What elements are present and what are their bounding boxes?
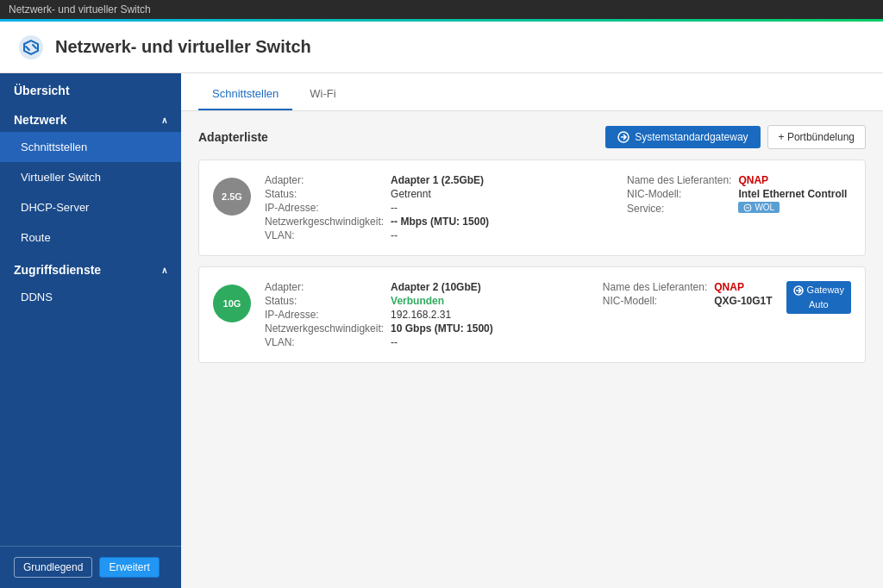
sidebar-item-virtueller-switch[interactable]: Virtueller Switch [0, 162, 181, 192]
sidebar: Übersicht Netzwerk ∧ Schnittstellen Virt… [0, 73, 181, 588]
adapter2-info: Adapter: Adapter 2 (10GbE) Status: Verbu… [265, 281, 589, 348]
adapter2-value-status: Verbunden [391, 295, 589, 307]
adapter1-label-speed: Netzwerkgeschwindigkeit: [265, 216, 384, 228]
adapter2-value-ip: 192.168.2.31 [391, 309, 589, 321]
title-bar-text: Netzwerk- und virtueller Switch [9, 3, 151, 16]
grundlegend-button[interactable]: Grundlegend [14, 557, 92, 578]
adapter2-value-adapter: Adapter 2 (10GbE) [391, 281, 589, 293]
adapter2-vendor-label: Name des Lieferanten: [603, 281, 707, 293]
main-layout: Übersicht Netzwerk ∧ Schnittstellen Virt… [0, 73, 883, 588]
gateway-icon [617, 131, 629, 143]
network-chevron-icon: ∧ [161, 116, 167, 125]
app-title: Netzwerk- und virtueller Switch [55, 37, 311, 57]
tabs-bar: Schnittstellen Wi-Fi [181, 73, 883, 111]
adapter1-nic-info: Name des Lieferanten: QNAP NIC-Modell: I… [627, 174, 851, 215]
adapter1-nic-label: NIC-Modell: [627, 188, 731, 200]
sidebar-bottom: Grundlegend Erweitert [0, 546, 181, 588]
adapter2-right: Name des Lieferanten: QNAP NIC-Modell: Q… [603, 281, 851, 314]
adapter1-badge: 2.5G [213, 178, 251, 216]
gateway-btn-icon [793, 285, 804, 296]
adapter2-badge: 10G [213, 285, 251, 322]
sidebar-item-ddns[interactable]: DDNS [0, 282, 181, 312]
sidebar-item-route[interactable]: Route [0, 222, 181, 253]
adapter1-vendor-value: QNAP [738, 174, 851, 186]
content-scroll-area: Adapterliste Systemstandardgateway + Por… [181, 111, 883, 588]
access-chevron-icon: ∧ [161, 266, 167, 275]
adapter1-info: Adapter: Adapter 1 (2.5GbE) Status: Getr… [265, 174, 613, 241]
adapter2-vendor-value: QNAP [714, 281, 772, 293]
adapter1-value-adapter: Adapter 1 (2.5GbE) [391, 174, 613, 186]
sidebar-network-section[interactable]: Netzwerk ∧ [0, 103, 181, 132]
adapter1-label-vlan: VLAN: [265, 229, 384, 241]
svg-point-0 [19, 35, 43, 59]
adapter2-label-speed: Netzwerkgeschwindigkeit: [265, 322, 384, 335]
adapter-card-2: 10G Adapter: Adapter 2 (10GbE) Status: V… [198, 266, 866, 363]
adapter2-nic-info: Name des Lieferanten: QNAP NIC-Modell: Q… [603, 281, 773, 307]
app-header: Netzwerk- und virtueller Switch [0, 22, 883, 73]
adapter1-right: Name des Lieferanten: QNAP NIC-Modell: I… [627, 174, 851, 215]
adapter2-value-vlan: -- [391, 336, 589, 348]
sidebar-item-schnittstellen[interactable]: Schnittstellen [0, 132, 181, 162]
adapter1-vendor-label: Name des Lieferanten: [627, 174, 731, 186]
adapter1-value-status: Getrennt [391, 188, 613, 200]
adapter1-nic-value: Intel Ethernet Controll [738, 188, 851, 200]
adapter2-label-ip: IP-Adresse: [265, 309, 384, 321]
adapter1-value-vlan: -- [391, 229, 613, 241]
sidebar-item-dhcp-server[interactable]: DHCP-Server [0, 192, 181, 222]
title-bar: Netzwerk- und virtueller Switch [0, 0, 883, 19]
app-icon [17, 34, 45, 61]
adapter2-nic-label: NIC-Modell: [603, 295, 707, 307]
adapter1-service-value: WOL [738, 202, 851, 215]
content-area: Schnittstellen Wi-Fi Adapterliste [181, 73, 883, 588]
toolbar: Adapterliste Systemstandardgateway + Por… [198, 125, 866, 149]
tab-schnittstellen[interactable]: Schnittstellen [198, 78, 292, 110]
adapter2-value-speed: 10 Gbps (MTU: 1500) [391, 322, 589, 335]
gateway-button[interactable]: Gateway Auto [786, 281, 851, 314]
adapter-list-label: Adapterliste [198, 130, 268, 144]
port-bundling-button[interactable]: + Portbündelung [767, 125, 866, 149]
adapter-card-1: 2.5G Adapter: Adapter 1 (2.5GbE) Status:… [198, 160, 866, 256]
adapter2-label-status: Status: [265, 295, 384, 307]
app-window: Netzwerk- und virtueller Switch Netzwerk… [0, 0, 883, 588]
adapter2-label-vlan: VLAN: [265, 336, 384, 348]
adapter2-nic-value: QXG-10G1T [714, 295, 772, 307]
adapter1-service-label: Service: [627, 203, 731, 215]
sidebar-overview[interactable]: Übersicht [0, 73, 181, 103]
toolbar-right: Systemstandardgateway + Portbündelung [605, 125, 866, 149]
adapter1-label-adapter: Adapter: [265, 174, 384, 186]
adapter1-value-ip: -- [391, 202, 613, 214]
adapter1-label-ip: IP-Adresse: [265, 202, 384, 214]
adapter1-value-speed: -- Mbps (MTU: 1500) [391, 216, 613, 228]
sidebar-access-section[interactable]: Zugriffsdienste ∧ [0, 253, 181, 282]
system-gateway-button[interactable]: Systemstandardgateway [605, 126, 760, 148]
wol-badge: WOL [738, 202, 780, 213]
tab-wifi[interactable]: Wi-Fi [296, 78, 349, 110]
wol-icon [743, 203, 752, 212]
erweitert-button[interactable]: Erweitert [99, 557, 159, 578]
adapter1-label-status: Status: [265, 188, 384, 200]
adapter2-label-adapter: Adapter: [265, 281, 384, 293]
